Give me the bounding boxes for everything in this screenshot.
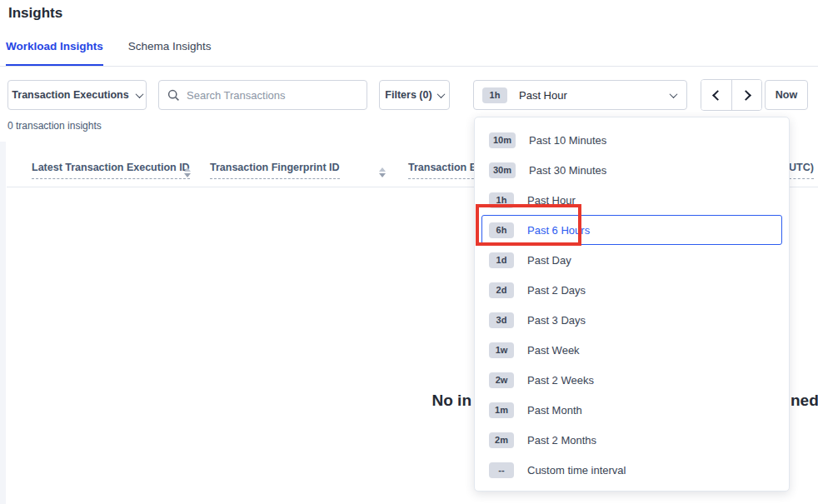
tab-schema-insights[interactable]: Schema Insights (128, 40, 212, 67)
column-header-transaction-ex-partial[interactable]: Transaction Ex (408, 162, 482, 179)
dropdown-item-past-hour[interactable]: 1h Past Hour (481, 185, 782, 215)
workload-type-select-label: Transaction Executions (12, 89, 128, 101)
column-header-transaction-fingerprint-id[interactable]: Transaction Fingerprint ID (210, 162, 340, 179)
dropdown-item-past-2-weeks[interactable]: 2w Past 2 Weeks (481, 365, 782, 395)
time-interval-dropdown: 10m Past 10 Minutes 30m Past 30 Minutes … (474, 117, 790, 492)
insights-page: Insights Workload Insights Schema Insigh… (0, 0, 818, 504)
sort-icon[interactable] (184, 167, 191, 177)
previous-interval-button[interactable] (701, 80, 731, 110)
time-interval-badge: 1h (482, 87, 507, 103)
chevron-down-icon (670, 90, 678, 98)
workload-type-select[interactable]: Transaction Executions (7, 80, 147, 110)
dropdown-item-past-10-minutes[interactable]: 10m Past 10 Minutes (481, 125, 782, 155)
time-interval-select[interactable]: 1h Past Hour (473, 80, 687, 110)
chevron-right-icon (741, 90, 751, 101)
column-header-utc-partial[interactable]: UTC) (789, 162, 814, 179)
dropdown-item-past-2-months[interactable]: 2m Past 2 Months (481, 425, 782, 455)
filters-button[interactable]: Filters (0) (379, 80, 450, 110)
chevron-left-icon (712, 90, 723, 101)
dropdown-item-custom-time-interval[interactable]: -- Custom time interval (481, 455, 782, 485)
filters-button-label: Filters (0) (385, 89, 431, 101)
now-button[interactable]: Now (765, 80, 808, 110)
tab-bar-divider (0, 66, 818, 67)
sort-icon[interactable] (379, 167, 386, 177)
chevron-down-icon (436, 90, 445, 98)
dropdown-item-past-day[interactable]: 1d Past Day (481, 245, 782, 275)
chevron-down-icon (135, 90, 143, 98)
page-title: Insights (8, 5, 62, 22)
dropdown-item-past-3-days[interactable]: 3d Past 3 Days (481, 305, 782, 335)
dropdown-item-past-6-hours[interactable]: 6h Past 6 Hours (481, 215, 782, 245)
search-icon (167, 89, 180, 102)
tab-workload-insights[interactable]: Workload Insights (6, 40, 103, 67)
search-box (158, 80, 367, 110)
table-left-gutter (0, 142, 6, 504)
tab-bar: Workload Insights Schema Insights (6, 40, 212, 67)
insights-count-summary: 0 transaction insights (7, 120, 102, 132)
empty-state-text-left-fragment: No in (0, 392, 471, 410)
time-interval-label: Past Hour (519, 89, 567, 102)
dropdown-item-past-2-days[interactable]: 2d Past 2 Days (481, 275, 782, 305)
dropdown-item-past-week[interactable]: 1w Past Week (481, 335, 782, 365)
dropdown-item-past-30-minutes[interactable]: 30m Past 30 Minutes (481, 155, 782, 185)
dropdown-item-past-month[interactable]: 1m Past Month (481, 395, 782, 425)
column-header-latest-transaction-execution-id[interactable]: Latest Transaction Execution ID (32, 162, 190, 179)
now-button-label: Now (776, 89, 797, 101)
time-window-pager (701, 79, 762, 111)
next-interval-button[interactable] (731, 80, 761, 110)
search-input[interactable] (187, 89, 358, 102)
empty-state-text-right-fragment: ned. (791, 392, 818, 410)
